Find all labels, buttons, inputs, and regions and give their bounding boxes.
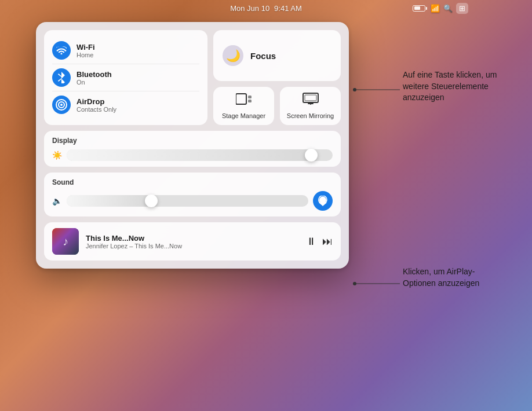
brightness-low-icon: ☀️ <box>52 151 62 160</box>
stage-manager-icon <box>236 93 252 109</box>
top-tiles-row: Wi-Fi Home Bluetooth On <box>44 30 341 125</box>
bluetooth-icon <box>52 68 71 87</box>
battery-icon <box>413 5 427 12</box>
wifi-menubar-icon: 📶 <box>431 4 440 13</box>
menubar-date: Mon Jun 10 <box>230 4 269 13</box>
track-info: This Is Me...Now Jennifer Lopez – This I… <box>86 234 299 249</box>
sound-section: Sound 🔈 <box>44 173 341 216</box>
wifi-text: Wi-Fi Home <box>76 43 95 58</box>
sound-slider-row: 🔈 <box>52 195 308 207</box>
screen-mirroring-tile[interactable]: Screen Mirroring <box>280 87 341 125</box>
svg-point-13 <box>353 282 356 285</box>
annotation-bottom-right-text: Klicken, um AirPlay-Optionen anzuzeigen <box>403 267 479 288</box>
wifi-tile[interactable]: Wi-Fi Home <box>52 37 199 64</box>
forward-button[interactable]: ⏭ <box>322 236 333 248</box>
focus-tile[interactable]: 🌙 Focus <box>213 30 341 81</box>
svg-rect-5 <box>248 100 252 102</box>
svg-text:♪: ♪ <box>63 235 68 248</box>
bluetooth-title: Bluetooth <box>76 70 112 79</box>
airdrop-icon <box>52 96 71 114</box>
svg-rect-3 <box>236 94 246 104</box>
airdrop-tile[interactable]: AirDrop Contacts Only <box>52 91 199 118</box>
airdrop-text: AirDrop Contacts Only <box>76 97 116 113</box>
svg-point-11 <box>353 88 356 91</box>
control-center-menubar-icon[interactable]: ⊞ <box>456 3 468 14</box>
svg-rect-4 <box>248 96 252 98</box>
display-slider[interactable] <box>67 149 333 161</box>
menubar-status-icons: 📶 🔍 ⊞ <box>413 0 468 16</box>
right-tiles: 🌙 Focus Stage Manager <box>213 30 341 125</box>
now-playing-section: ♪ This Is Me...Now Jennifer Lopez – This… <box>44 222 341 260</box>
sound-row: 🔈 <box>52 191 333 211</box>
wifi-icon <box>52 41 71 60</box>
sound-label: Sound <box>52 178 333 186</box>
annotation-top-right-text: Auf eine Taste klicken, um weitere Steue… <box>403 70 497 102</box>
playback-controls: ⏸ ⏭ <box>306 236 333 248</box>
focus-label: Focus <box>250 51 276 61</box>
stage-manager-tile[interactable]: Stage Manager <box>213 87 274 125</box>
bluetooth-text: Bluetooth On <box>76 70 112 86</box>
screen-mirroring-label: Screen Mirroring <box>287 112 334 119</box>
volume-low-icon: 🔈 <box>52 196 62 206</box>
focus-icon: 🌙 <box>223 45 243 66</box>
menubar-time: 9:41 AM <box>274 4 302 13</box>
sound-slider-thumb[interactable] <box>145 195 158 207</box>
pause-button[interactable]: ⏸ <box>306 236 316 248</box>
airdrop-title: AirDrop <box>76 97 116 106</box>
display-section: Display ☀️ <box>44 131 341 167</box>
track-artist: Jennifer Lopez – This Is Me...Now <box>86 243 299 249</box>
wifi-subtitle: Home <box>76 52 95 58</box>
sound-slider[interactable] <box>67 195 308 207</box>
airplay-button[interactable] <box>313 191 333 211</box>
track-title: This Is Me...Now <box>86 234 299 243</box>
svg-point-2 <box>60 104 63 106</box>
svg-rect-7 <box>305 95 316 101</box>
control-center-panel: Wi-Fi Home Bluetooth On <box>36 22 349 269</box>
connectivity-tile: Wi-Fi Home Bluetooth On <box>44 30 207 125</box>
menubar: 📶 🔍 ⊞ Mon Jun 10 9:41 AM <box>0 0 532 16</box>
bluetooth-subtitle: On <box>76 79 112 86</box>
annotation-bottom-right: Klicken, um AirPlay-Optionen anzuzeigen <box>403 266 507 289</box>
bottom-tiles-row: Stage Manager Screen Mirroring <box>213 87 341 125</box>
bluetooth-tile[interactable]: Bluetooth On <box>52 64 199 91</box>
stage-manager-label: Stage Manager <box>222 112 265 119</box>
search-menubar-icon[interactable]: 🔍 <box>443 4 453 13</box>
airdrop-subtitle: Contacts Only <box>76 106 116 113</box>
wifi-title: Wi-Fi <box>76 43 95 52</box>
display-slider-thumb[interactable] <box>305 149 318 162</box>
display-label: Display <box>52 137 333 145</box>
menubar-datetime: Mon Jun 10 9:41 AM <box>230 0 302 16</box>
display-slider-row: ☀️ <box>52 149 333 161</box>
screen-mirroring-icon <box>303 93 319 109</box>
album-art: ♪ <box>52 228 79 255</box>
annotation-top-right: Auf eine Taste klicken, um weitere Steue… <box>403 69 507 104</box>
